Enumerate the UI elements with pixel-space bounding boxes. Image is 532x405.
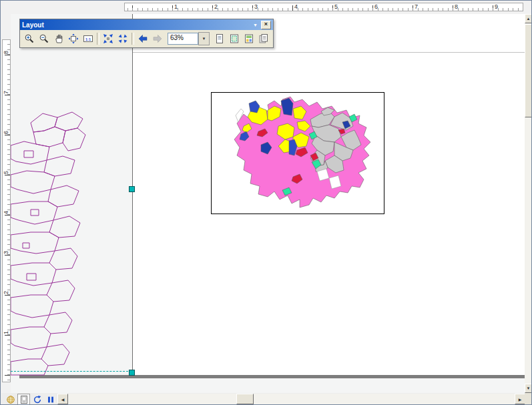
data-driven-pages-button[interactable] (256, 31, 271, 46)
zoom-out-icon (39, 33, 49, 44)
change-layout-button[interactable] (242, 31, 256, 46)
go-forward-extent-icon (152, 33, 163, 44)
scroll-left-button[interactable]: ◀ (57, 394, 68, 404)
data-view-icon (6, 395, 15, 404)
go-back-extent-icon (138, 33, 148, 44)
layout-toolbar-titlebar[interactable]: Layout ▼ × (20, 19, 273, 30)
vertical-scrollbar[interactable]: ▲ ▼ (525, 14, 532, 393)
refresh-view-icon (33, 395, 42, 404)
h-ruler-label-6: 6 (374, 3, 378, 10)
toolbar-buttons-before: 1:1 (22, 31, 165, 46)
pan-icon (53, 33, 64, 44)
pan-button[interactable] (51, 31, 66, 46)
v-ruler-label-8: 8 (3, 47, 10, 57)
focus-data-frame-button[interactable] (227, 31, 242, 46)
chevron-down-icon: ▼ (202, 37, 206, 41)
scroll-down-button[interactable]: ▼ (525, 384, 532, 393)
left-map-outline (48, 185, 79, 207)
left-map-outline (31, 210, 39, 216)
horizontal-scroll-thumb[interactable] (236, 394, 254, 404)
zoom-in-button[interactable] (22, 31, 37, 46)
left-map-outline (49, 248, 77, 270)
scroll-right-button[interactable]: ▶ (515, 394, 525, 404)
left-map-outline (11, 327, 51, 350)
toolbar-options-arrow-icon[interactable]: ▼ (250, 23, 261, 27)
zoom-combo-dropdown-button[interactable]: ▼ (198, 32, 210, 45)
layout-view-button[interactable] (17, 394, 30, 405)
bottom-bar: ◀ ▶ (1, 393, 532, 405)
refresh-view-button[interactable] (31, 394, 43, 405)
toolbar-separator (131, 33, 134, 45)
left-map-outline (47, 280, 75, 302)
left-map-outline (11, 201, 57, 224)
left-map-outline (55, 112, 83, 131)
zoom-out-button[interactable] (37, 31, 51, 46)
left-map-outline (49, 216, 80, 238)
h-ruler-label-2: 2 (214, 3, 218, 10)
toolbar-title: Layout (22, 21, 44, 29)
v-ruler-label-4: 4 (3, 208, 10, 218)
selected-frame-bottom-edge (11, 371, 131, 372)
layout-toolbar: 1:1 63% ▼ (20, 30, 273, 47)
arcmap-layout-window: 123456789 87654321 Layout ▼ × 1:1 63% ▼ … (0, 0, 532, 405)
left-map-outline (11, 263, 56, 286)
h-ruler-label-7: 7 (415, 3, 418, 10)
layout-canvas (11, 14, 525, 393)
data-view-button[interactable] (4, 394, 17, 405)
left-map-svg[interactable] (11, 111, 131, 376)
zoom-percent-combo[interactable]: 63% ▼ (168, 32, 210, 45)
left-map-outline (24, 151, 33, 157)
left-map-outline (11, 141, 49, 164)
fixed-zoom-out-icon (117, 33, 128, 44)
zoom-in-icon (24, 33, 35, 44)
h-ruler-label-1: 1 (174, 3, 178, 10)
selection-handle-bottom-right[interactable] (129, 370, 135, 376)
v-ruler-label-3: 3 (3, 248, 10, 258)
horizontal-ruler: 123456789 (124, 3, 523, 11)
close-icon: × (264, 21, 268, 27)
left-map-outline (11, 232, 59, 254)
fixed-zoom-out-button[interactable] (115, 31, 130, 46)
toolbar-buttons-after (212, 31, 271, 46)
zoom-100-button[interactable]: 1:1 (81, 31, 95, 46)
scroll-down-icon: ▼ (527, 386, 531, 390)
pause-drawing-button[interactable] (44, 394, 57, 405)
left-map-outline (44, 312, 72, 334)
horizontal-scrollbar[interactable]: ◀ ▶ (57, 394, 525, 404)
left-map-outline (44, 156, 75, 176)
layout-map-svg[interactable] (211, 92, 384, 214)
data-frame-top-edge (133, 52, 525, 53)
vertical-scroll-thumb[interactable] (525, 24, 532, 117)
scroll-left-icon: ◀ (61, 397, 65, 402)
go-forward-extent-button[interactable] (150, 31, 165, 46)
view-buttons (4, 394, 57, 405)
left-map-outline (41, 344, 69, 366)
fixed-zoom-in-button[interactable] (101, 31, 115, 46)
layout-toolbar-window: Layout ▼ × 1:1 63% ▼ (19, 19, 274, 48)
left-map-outline (11, 171, 55, 193)
data-driven-pages-icon (258, 33, 269, 44)
zoom-whole-page-button[interactable] (66, 31, 81, 46)
toggle-draft-mode-button[interactable] (212, 31, 227, 46)
scroll-up-icon: ▲ (527, 17, 531, 21)
h-ruler-label-8: 8 (455, 3, 458, 10)
v-ruler-label-5: 5 (3, 167, 10, 177)
left-map-outline (27, 274, 36, 280)
zoom-percent-value[interactable]: 63% (168, 33, 198, 45)
svg-text:1:1: 1:1 (85, 37, 91, 41)
fixed-zoom-in-icon (103, 33, 113, 44)
pause-drawing-icon (46, 395, 55, 404)
v-ruler-label-7: 7 (3, 87, 10, 97)
zoom-100-icon: 1:1 (83, 33, 93, 44)
h-ruler-label-3: 3 (254, 3, 258, 10)
toolbar-separator (97, 33, 99, 45)
toolbar-close-button[interactable]: × (261, 21, 271, 29)
left-map-outline (11, 359, 48, 375)
h-ruler-label-9: 9 (495, 3, 498, 10)
left-map-outline (11, 295, 53, 318)
scroll-up-button[interactable]: ▲ (525, 14, 532, 23)
change-layout-icon (244, 33, 254, 44)
go-back-extent-button[interactable] (136, 31, 150, 46)
selection-handle-right[interactable] (129, 186, 135, 192)
left-map-outline (33, 127, 65, 147)
